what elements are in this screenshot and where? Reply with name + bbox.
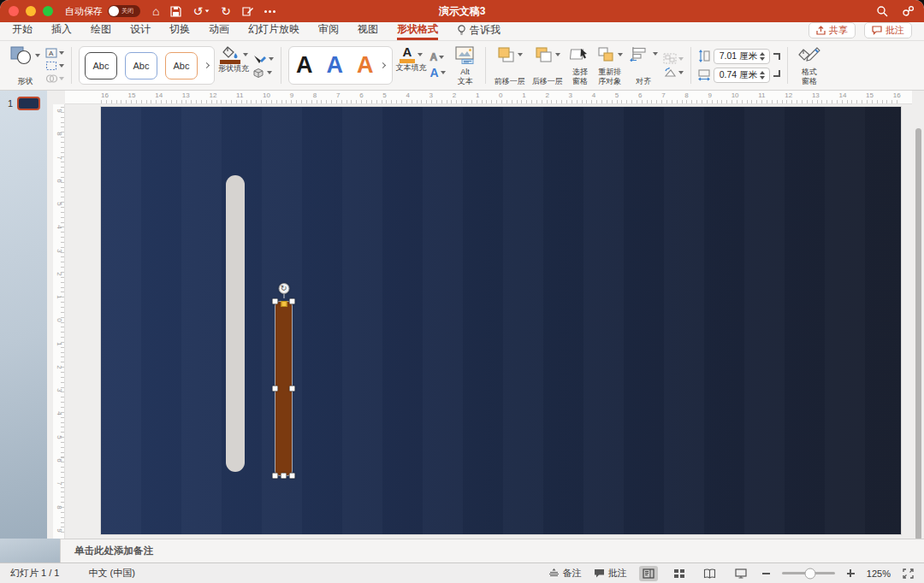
resize-handle-top-right[interactable] <box>289 298 295 304</box>
comments-toggle-button[interactable]: 批注 <box>594 567 627 580</box>
reorder-objects-button[interactable]: 重新排 序对象 <box>594 43 626 88</box>
selection-pane-button[interactable]: 选择 窗格 <box>566 43 594 88</box>
insert-shape-button[interactable]: 形状 <box>7 43 44 88</box>
save-icon[interactable] <box>170 6 181 17</box>
tab-设计[interactable]: 设计 <box>130 22 151 40</box>
rounded-pill-shape[interactable] <box>226 175 245 472</box>
text-outline-button[interactable]: A <box>430 51 446 63</box>
tab-绘图[interactable]: 绘图 <box>91 22 111 40</box>
tab-切换[interactable]: 切换 <box>169 22 190 40</box>
slide-thumbnail-row[interactable]: 1 <box>0 97 47 110</box>
zoom-window-button[interactable] <box>43 6 53 16</box>
edit-shape-button[interactable] <box>45 61 64 71</box>
send-backward-dropdown-icon[interactable] <box>555 53 560 56</box>
redo-icon[interactable]: ↻ <box>221 5 231 17</box>
group-dropdown-icon[interactable] <box>678 57 684 61</box>
resize-handle-middle-right[interactable] <box>289 386 295 392</box>
format-pane-button[interactable]: 格式 窗格 <box>795 43 824 88</box>
minimize-window-button[interactable] <box>26 6 36 16</box>
width-stepper[interactable] <box>760 71 765 80</box>
shape-style-gallery-expand-icon[interactable] <box>204 62 210 68</box>
bring-forward-button[interactable]: 前移一层 <box>491 43 529 88</box>
text-outline-dropdown-icon[interactable] <box>439 56 444 59</box>
merge-shapes-button[interactable] <box>45 74 64 84</box>
shape-effects-button[interactable] <box>252 68 274 78</box>
undo-icon[interactable]: ↺ <box>192 5 203 17</box>
merge-shapes-dropdown-icon[interactable] <box>59 77 64 80</box>
tab-开始[interactable]: 开始 <box>12 22 33 40</box>
text-fill-dropdown-icon[interactable] <box>418 53 423 56</box>
wordart-preset-1[interactable]: A <box>296 52 313 79</box>
tab-视图[interactable]: 视图 <box>358 22 378 40</box>
shape-outline-dropdown-icon[interactable] <box>269 57 274 61</box>
zoom-in-button[interactable] <box>847 569 855 577</box>
slide-sorter-view-button[interactable] <box>670 566 689 581</box>
slide[interactable]: ↻ <box>101 107 901 534</box>
selected-shape[interactable]: ↻ <box>275 302 292 475</box>
notes-toggle-button[interactable]: 备注 <box>548 567 582 580</box>
slide-thumbnail[interactable] <box>17 97 40 110</box>
vertical-scrollbar[interactable] <box>915 128 921 539</box>
text-box-button[interactable]: A <box>45 48 64 58</box>
normal-view-button[interactable] <box>639 566 658 581</box>
shapes-dropdown-icon[interactable] <box>35 54 40 57</box>
tab-形状格式[interactable]: 形状格式 <box>397 22 438 40</box>
shape-style-preset-2[interactable]: Abc <box>125 52 157 80</box>
language-indicator[interactable]: 中文 (中国) <box>88 567 134 580</box>
share-document-icon[interactable] <box>242 6 253 17</box>
share-button[interactable]: 共享 <box>808 22 856 38</box>
wordart-preset-3[interactable]: A <box>357 52 374 79</box>
shape-fill-button[interactable]: 形状填充 <box>216 43 251 88</box>
rotate-dropdown-icon[interactable] <box>678 71 684 74</box>
resize-handle-bottom-left[interactable] <box>272 473 278 479</box>
wordart-preset-2[interactable]: A <box>327 52 344 79</box>
resize-handle-top-left[interactable] <box>272 298 278 304</box>
edit-shape-dropdown-icon[interactable] <box>59 64 64 68</box>
zoom-slider-knob[interactable] <box>805 568 816 579</box>
resize-handle-bottom-center[interactable] <box>281 473 287 479</box>
home-icon[interactable]: ⌂ <box>152 5 159 17</box>
text-effects-dropdown-icon[interactable] <box>441 71 446 74</box>
height-stepper[interactable] <box>760 52 765 61</box>
comments-button[interactable]: 批注 <box>864 22 912 38</box>
more-commands-icon[interactable] <box>264 10 275 13</box>
align-button[interactable]: 对齐 <box>626 43 661 88</box>
text-box-dropdown-icon[interactable] <box>59 51 64 55</box>
slideshow-view-button[interactable] <box>732 566 750 581</box>
text-effects-button[interactable]: A <box>430 66 446 80</box>
account-share-icon[interactable] <box>902 5 915 17</box>
align-dropdown-icon[interactable] <box>653 52 658 56</box>
undo-dropdown-icon[interactable] <box>205 9 210 12</box>
zoom-level[interactable]: 125% <box>867 568 891 579</box>
text-fill-button[interactable]: A 文本填充 <box>394 43 429 88</box>
fit-to-window-icon[interactable] <box>903 568 914 579</box>
resize-handle-bottom-right[interactable] <box>289 473 295 479</box>
group-button[interactable] <box>663 53 684 64</box>
notes-pane[interactable]: 单击此处添加备注 <box>60 539 924 562</box>
wordart-gallery-expand-icon[interactable] <box>379 62 385 68</box>
autosave-toggle[interactable]: 关闭 <box>108 5 140 17</box>
zoom-out-button[interactable] <box>762 573 770 574</box>
search-icon[interactable] <box>876 5 888 17</box>
bring-forward-dropdown-icon[interactable] <box>518 53 523 56</box>
reading-view-button[interactable] <box>701 566 720 581</box>
shape-outline-button[interactable] <box>252 54 274 65</box>
shape-effects-dropdown-icon[interactable] <box>267 71 272 74</box>
tab-审阅[interactable]: 审阅 <box>318 22 339 40</box>
zoom-slider[interactable] <box>782 572 835 574</box>
adjust-handle[interactable] <box>281 301 287 307</box>
reorder-objects-dropdown-icon[interactable] <box>618 53 623 56</box>
shape-style-preset-3[interactable]: Abc <box>165 52 198 80</box>
rotate-button[interactable] <box>663 67 684 78</box>
alt-text-button[interactable]: Alt 文本 <box>451 43 480 88</box>
shape-fill-dropdown-icon[interactable] <box>243 53 248 56</box>
send-backward-button[interactable]: 后移一层 <box>529 43 566 88</box>
shape-style-preset-1[interactable]: Abc <box>85 52 117 80</box>
resize-handle-middle-left[interactable] <box>272 386 278 392</box>
rotation-handle[interactable]: ↻ <box>278 283 289 294</box>
tab-动画[interactable]: 动画 <box>209 22 229 40</box>
close-window-button[interactable] <box>9 6 19 16</box>
tab-幻灯片放映[interactable]: 幻灯片放映 <box>248 22 299 40</box>
tell-me[interactable]: 告诉我 <box>457 23 500 40</box>
tab-插入[interactable]: 插入 <box>51 22 72 40</box>
